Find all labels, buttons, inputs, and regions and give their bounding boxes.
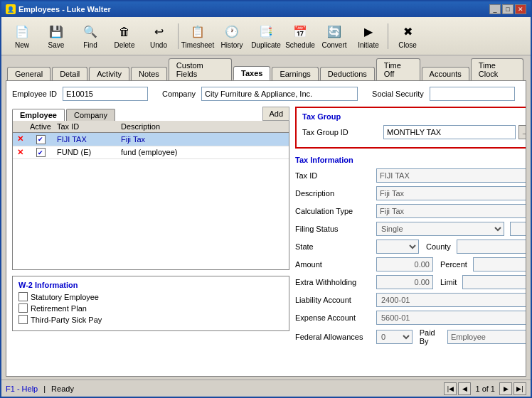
tab-time-off[interactable]: Time Off	[376, 58, 420, 80]
extra-withholding-row: Extra Withholding Limit	[295, 275, 526, 289]
tax-id-cell-2: FUND (E)	[54, 146, 118, 159]
state-select[interactable]	[376, 240, 419, 254]
tab-notes[interactable]: Notes	[131, 67, 167, 80]
expense-account-select[interactable]: 5600-01	[376, 311, 526, 325]
timesheet-icon: 📋	[189, 23, 206, 41]
third-party-checkbox[interactable]	[18, 315, 28, 324]
table-row[interactable]: ✕ ✔ FUND (E) fund (employee)	[13, 146, 289, 159]
status-sep: |	[43, 384, 46, 393]
maximize-button[interactable]: □	[502, 4, 514, 14]
undo-button[interactable]: ↩ Undo	[142, 21, 175, 52]
expense-account-label: Expense Account	[295, 313, 373, 322]
initiate-label: Initiate	[358, 41, 378, 49]
federal-allowances-select[interactable]: 0	[376, 330, 413, 344]
amount-label: Amount	[295, 260, 373, 269]
delete-icon-2[interactable]: ✕	[17, 148, 23, 156]
close-button[interactable]: ✕	[515, 4, 526, 14]
description-field[interactable]	[376, 186, 526, 200]
retirement-row: Retirement Plan	[18, 303, 283, 313]
tax-id-field[interactable]	[376, 168, 526, 183]
tax-table: Active Tax ID Description ✕	[13, 121, 289, 159]
schedule-label: Schedule	[285, 41, 315, 49]
paid-by-label: Paid By	[420, 328, 442, 345]
filing-status-select-2[interactable]	[510, 222, 526, 236]
tab-time-clock[interactable]: Time Clock	[471, 58, 523, 80]
nav-controls: |◀ ◀ 1 of 1 ▶ ▶|	[444, 382, 526, 395]
close-toolbar-icon: ✖	[399, 23, 416, 41]
help-link[interactable]: F1 - Help	[6, 384, 38, 393]
county-label: County	[426, 242, 451, 251]
tax-group-id-input[interactable]	[383, 125, 516, 139]
tab-deductions[interactable]: Deductions	[320, 67, 375, 80]
calc-type-field[interactable]	[376, 204, 526, 218]
delete-icon-1[interactable]: ✕	[17, 134, 23, 143]
tax-group-browse-button[interactable]: ...	[518, 125, 526, 139]
history-label: History	[220, 41, 243, 49]
delete-cell-1[interactable]: ✕	[13, 133, 27, 146]
col-tax-id: Tax ID	[54, 121, 118, 133]
statutory-checkbox[interactable]	[18, 292, 28, 301]
filing-status-select[interactable]: Single Married	[376, 222, 504, 236]
retirement-checkbox[interactable]	[18, 303, 28, 313]
delete-cell-2[interactable]: ✕	[13, 146, 27, 159]
nav-prev-button[interactable]: ◀	[458, 382, 471, 395]
percent-input[interactable]	[473, 257, 526, 271]
delete-button[interactable]: 🗑 Delete	[108, 21, 141, 52]
close-toolbar-button[interactable]: ✖ Close	[391, 21, 424, 52]
employee-id-row: Employee ID Company Social Security	[12, 87, 520, 101]
tab-detail[interactable]: Detail	[52, 67, 87, 80]
tab-general[interactable]: General	[7, 67, 50, 80]
initiate-button[interactable]: ▶ Initiate	[352, 21, 385, 52]
active-cell-2[interactable]: ✔	[27, 146, 54, 159]
find-button[interactable]: 🔍 Find	[74, 21, 107, 52]
percent-label: Percent	[440, 260, 467, 269]
history-button[interactable]: 🕐 History	[216, 21, 248, 52]
calc-type-label: Calculation Type	[295, 207, 373, 215]
calc-type-row: Calculation Type ...	[295, 204, 526, 218]
save-label: Save	[48, 41, 65, 49]
active-checkbox-1[interactable]: ✔	[36, 135, 46, 144]
duplicate-button[interactable]: 📑 Duplicate	[250, 21, 282, 52]
tax-info-section: Tax Information Tax ID Description	[295, 154, 526, 350]
delete-icon: 🗑	[116, 23, 133, 41]
table-row[interactable]: ✕ ✔ FIJI TAX Fiji Tax	[13, 133, 289, 146]
social-security-input[interactable]	[430, 87, 515, 101]
save-button[interactable]: 💾 Save	[40, 21, 73, 52]
liability-account-select[interactable]: 2400-01	[376, 293, 526, 307]
tab-custom-fields[interactable]: Custom Fields	[169, 58, 232, 80]
nav-last-button[interactable]: ▶|	[514, 382, 526, 395]
county-select[interactable]	[457, 240, 526, 254]
new-icon: 📄	[14, 23, 31, 41]
active-checkbox-2[interactable]: ✔	[36, 148, 46, 157]
convert-button[interactable]: 🔄 Convert	[318, 21, 351, 52]
new-button[interactable]: 📄 New	[6, 21, 38, 52]
schedule-button[interactable]: 📅 Schedule	[284, 21, 316, 52]
tab-activity[interactable]: Activity	[89, 67, 129, 80]
window: 👤 Employees - Luke Walter _ □ ✕ 📄 New 💾 …	[0, 0, 532, 398]
col-description: Description	[118, 121, 289, 133]
status-text: Ready	[51, 384, 74, 393]
sub-tab-employee[interactable]: Employee	[12, 109, 65, 121]
nav-next-button[interactable]: ▶	[499, 382, 512, 395]
add-button[interactable]: Add	[262, 107, 289, 121]
tab-taxes[interactable]: Taxes	[233, 66, 270, 80]
filing-status-row: Filing Status Single Married	[295, 222, 526, 236]
extra-withholding-input[interactable]	[376, 275, 433, 289]
statutory-label: Statutory Employee	[31, 293, 99, 301]
nav-first-button[interactable]: |◀	[444, 382, 457, 395]
extra-withholding-label: Extra Withholding	[295, 278, 373, 286]
expense-account-row: Expense Account 5600-01	[295, 311, 526, 325]
tab-earnings[interactable]: Earnings	[272, 67, 318, 80]
timesheet-button[interactable]: 📋 Timesheet	[181, 21, 214, 52]
active-cell-1[interactable]: ✔	[27, 133, 54, 146]
minimize-button[interactable]: _	[489, 4, 501, 14]
app-icon: 👤	[6, 4, 16, 14]
tab-accounts[interactable]: Accounts	[422, 67, 469, 80]
tax-group-title: Tax Group	[302, 112, 526, 121]
amount-input[interactable]	[376, 257, 433, 271]
paid-by-input[interactable]	[447, 330, 526, 344]
sub-tab-company[interactable]: Company	[66, 109, 115, 121]
company-input[interactable]	[201, 87, 358, 101]
limit-input[interactable]	[462, 275, 526, 289]
employee-id-input[interactable]	[63, 87, 148, 101]
